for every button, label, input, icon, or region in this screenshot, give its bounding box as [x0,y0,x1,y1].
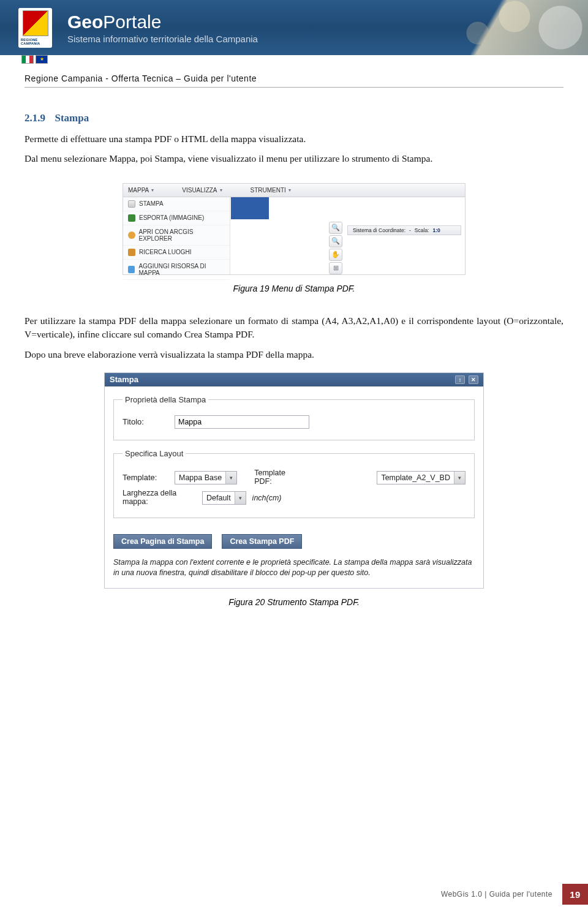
globe-icon [128,232,135,239]
menu-visualizza[interactable]: VISUALIZZA [182,187,222,194]
crea-pagina-button[interactable]: Crea Pagina di Stampa [113,534,212,549]
shield-label: REGIONE CAMPANIA [21,38,50,45]
chevron-down-icon [454,472,465,484]
chevron-down-icon [235,492,246,504]
fig19-tool-column: 🔍 🔍 ✋ ⊞ [329,222,342,274]
paragraph-1: Permette di effettuare una stampa PDF o … [24,132,564,146]
scala-value: 1:0 [432,227,440,233]
portal-title-light: Portale [103,12,161,32]
menu-item-arcgis[interactable]: APRI CON ARCGIS EXPLORER [123,225,230,246]
region-shield-logo: REGIONE CAMPANIA [18,8,52,48]
menu-item-aggiungi[interactable]: AGGIUNGI RISORSA DI MAPPA [123,260,230,280]
fig19-dropdown-panel: STAMPA ESPORTA (IMMAGINE) APRI CON ARCGI… [123,197,230,274]
chevron-down-icon [225,472,236,484]
dialog-note: Stampa la mappa con l'extent corrente e … [105,554,483,578]
maximize-icon[interactable]: ↕ [455,375,465,384]
figure-19-screenshot: MAPPA VISUALIZZA STRUMENTI STAMPA ESPORT… [123,183,466,275]
extent-button[interactable]: ⊞ [329,262,342,274]
zoom-out-button[interactable]: 🔍 [329,235,342,247]
menu-item-label: ESPORTA (IMMAGINE) [139,214,204,221]
label-templatepdf: Template PDF: [254,469,297,486]
print-icon [128,200,135,208]
dialog-titlebar: Stampa ↕ ✕ [105,373,483,386]
close-icon[interactable]: ✕ [469,375,478,384]
zoom-in-button[interactable]: 🔍 [329,222,342,234]
larghezza-unit: inch(cm) [252,494,282,502]
legend-proprieta: Proprietà della Stampa [123,395,208,404]
breadcrumb: Regione Campania - Offerta Tecnica – Gui… [0,55,588,87]
flags-bar [21,55,48,64]
add-icon [128,266,135,273]
menu-item-stampa[interactable]: STAMPA [123,197,230,211]
menu-item-label: STAMPA [139,200,164,207]
section-number: 2.1.9 [24,112,45,124]
section-title: Stampa [55,112,89,124]
page-number: 19 [562,884,588,905]
header-banner: REGIONE CAMPANIA GeoPortale Sistema info… [0,0,588,55]
paragraph-4: Dopo una breve elaborazione verrà visual… [24,348,564,361]
fig19-map-area [231,197,269,219]
coord-label: Sistema di Coordinate: [353,227,405,233]
portal-title-block: GeoPortale Sistema informativo territori… [67,12,258,44]
menu-strumenti[interactable]: STRUMENTI [251,187,291,194]
templatepdf-value: Template_A2_V_BD [377,473,454,482]
fieldset-proprieta: Proprietà della Stampa Titolo: [113,395,475,440]
portal-title-bold: Geo [67,12,103,32]
footer-text: WebGis 1.0 | Guida per l'utente [441,890,552,899]
menu-item-label: RICERCA LUOGHI [139,249,192,255]
fig19-statusbar: Sistema di Coordinate: - Scala: 1:0 [347,225,461,235]
portal-subtitle: Sistema informativo territoriale della C… [67,34,258,44]
page-footer: WebGis 1.0 | Guida per l'utente 19 [0,884,588,905]
shield-icon [23,10,48,36]
flag-italy-icon [21,55,34,64]
label-titolo: Titolo: [123,417,168,426]
templatepdf-select[interactable]: Template_A2_V_BD [377,471,466,484]
export-icon [128,214,135,222]
fieldset-layout: Specifica Layout Template: Mappa Base Te… [113,449,475,518]
menu-mappa[interactable]: MAPPA [128,187,154,194]
paragraph-3: Per utilizzare la stampa PDF della mappa… [24,314,564,342]
menu-item-esporta[interactable]: ESPORTA (IMMAGINE) [123,211,230,225]
search-icon [128,249,135,256]
document-body: 2.1.9 Stampa Permette di effettuare una … [0,111,588,607]
fig19-menubar: MAPPA VISUALIZZA STRUMENTI [123,184,465,197]
menu-item-ricerca[interactable]: RICERCA LUOGHI [123,246,230,260]
crea-pdf-button[interactable]: Crea Stampa PDF [222,534,302,549]
label-larghezza: Larghezza della mappa: [123,489,196,507]
flag-eu-icon [36,55,48,64]
titolo-input[interactable] [175,415,309,429]
scala-label: Scala: [415,227,429,233]
portal-title: GeoPortale [67,12,258,32]
divider [24,87,564,88]
legend-layout: Specifica Layout [123,449,186,458]
figure-20-dialog: Stampa ↕ ✕ Proprietà della Stampa Titolo… [104,372,484,589]
dialog-title: Stampa [110,375,138,384]
label-template: Template: [123,473,168,482]
larghezza-value: Default [203,494,235,502]
larghezza-select[interactable]: Default [202,491,246,505]
menu-item-label: APRI CON ARCGIS EXPLORER [139,228,225,242]
paragraph-2: Dal menu selezionare Mappa, poi Stampa, … [24,152,564,165]
template-select[interactable]: Mappa Base [175,471,237,484]
dialog-buttons: Crea Pagina di Stampa Crea Stampa PDF [105,521,483,554]
figure-20-caption: Figura 20 Strumento Stampa PDF. [24,597,564,607]
pan-button[interactable]: ✋ [329,249,342,261]
figure-19-caption: Figura 19 Menu di Stampa PDF. [24,284,564,293]
menu-item-label: AGGIUNGI RISORSA DI MAPPA [138,263,225,276]
status-sep: - [409,227,411,233]
template-value: Mappa Base [175,473,225,482]
